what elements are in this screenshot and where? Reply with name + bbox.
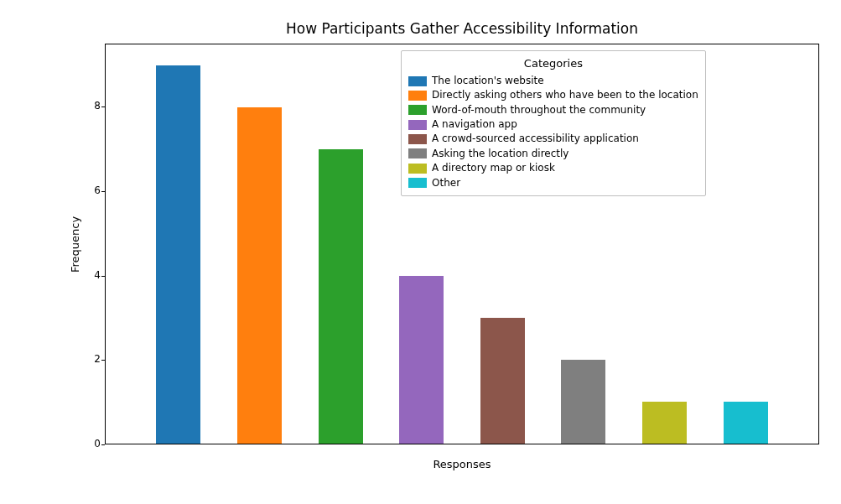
legend-item: Other	[408, 176, 698, 190]
legend-swatch	[408, 120, 427, 130]
y-axis-label-wrap: Frequency	[67, 44, 84, 444]
legend-label: Asking the location directly	[432, 147, 568, 161]
legend-swatch	[408, 178, 427, 188]
legend-label: A crowd-sourced accessibility applicatio…	[432, 132, 639, 146]
legend-item: Asking the location directly	[408, 147, 698, 161]
legend-swatch	[408, 105, 427, 115]
legend-label: Word-of-mouth throughout the community	[432, 103, 646, 117]
x-axis-label: Responses	[105, 458, 819, 470]
legend-item: A navigation app	[408, 117, 698, 132]
bar	[480, 318, 525, 444]
legend-swatch	[408, 76, 427, 86]
y-tick-label: 2	[87, 353, 101, 365]
chart-title: How Participants Gather Accessibility In…	[105, 20, 819, 37]
y-tick-label: 4	[87, 269, 101, 281]
bar	[156, 65, 200, 444]
plot-area: Categories The location's websiteDirectl…	[105, 44, 819, 444]
bar	[319, 149, 363, 444]
legend-item: A crowd-sourced accessibility applicatio…	[408, 132, 698, 146]
y-tick-mark	[101, 191, 105, 192]
y-tick-label: 6	[87, 184, 101, 196]
y-tick-mark	[101, 276, 105, 277]
legend-item: The location's website	[408, 74, 698, 88]
legend-swatch	[408, 91, 427, 101]
legend-item: Directly asking others who have been to …	[408, 88, 698, 102]
y-tick-mark	[101, 107, 105, 107]
legend-swatch	[408, 164, 427, 174]
legend-label: Directly asking others who have been to …	[432, 88, 698, 102]
bar	[237, 107, 282, 444]
y-tick-label: 8	[87, 100, 101, 112]
legend-title: Categories	[408, 56, 698, 72]
bar	[642, 402, 687, 444]
legend: Categories The location's websiteDirectl…	[401, 50, 706, 196]
legend-swatch	[408, 148, 427, 158]
y-axis-label: Frequency	[70, 216, 82, 272]
legend-label: Other	[432, 176, 460, 190]
figure: How Participants Gather Accessibility In…	[0, 0, 841, 504]
y-tick-label: 0	[87, 438, 101, 449]
y-tick-mark	[101, 444, 105, 445]
legend-label: A navigation app	[432, 117, 517, 132]
bar	[399, 276, 444, 444]
legend-swatch	[408, 134, 427, 144]
legend-item: Word-of-mouth throughout the community	[408, 103, 698, 117]
legend-label: The location's website	[432, 74, 544, 88]
bar	[724, 402, 768, 444]
bar	[561, 360, 605, 444]
y-tick-mark	[101, 360, 105, 361]
legend-label: A directory map or kiosk	[432, 161, 555, 175]
legend-item: A directory map or kiosk	[408, 161, 698, 175]
